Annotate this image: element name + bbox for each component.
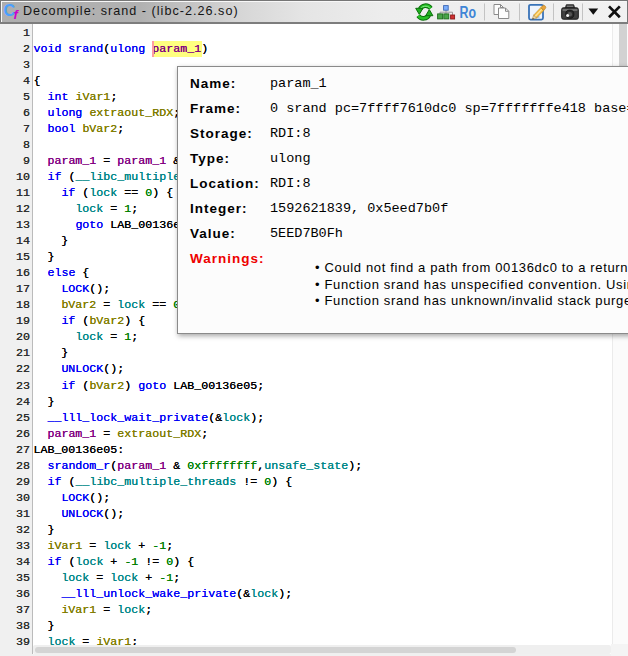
svg-text:Ro: Ro <box>460 4 477 21</box>
